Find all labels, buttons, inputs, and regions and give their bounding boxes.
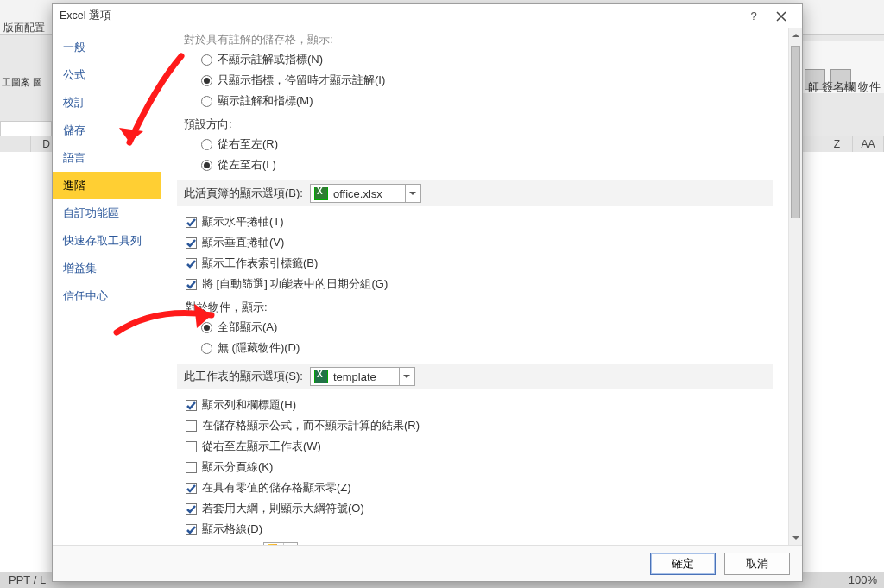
sheet-check-row-5[interactable]: 若套用大綱，則顯示大綱符號(O) xyxy=(177,498,773,519)
scroll-down-icon[interactable] xyxy=(789,531,802,545)
nav-item-9[interactable]: 信任中心 xyxy=(53,282,161,310)
chevron-down-icon xyxy=(405,185,420,202)
ribbon-left-groups: 工圖案 圖 xyxy=(2,76,42,89)
workbook-check-label-1: 顯示垂直捲軸(V) xyxy=(202,235,284,250)
nav-item-8[interactable]: 增益集 xyxy=(53,255,161,282)
nav-item-7[interactable]: 快速存取工具列 xyxy=(53,227,161,255)
help-button[interactable]: ? xyxy=(740,7,767,26)
chevron-down-icon xyxy=(283,543,295,545)
checkbox-icon xyxy=(186,400,197,411)
checkbox-icon xyxy=(186,279,197,290)
sheet-check-row-6[interactable]: 顯示格線(D) xyxy=(177,519,773,540)
workbook-check-row-0[interactable]: 顯示水平捲軸(T) xyxy=(177,212,773,232)
sheet-check-label-4: 在具有零值的儲存格顯示零(Z) xyxy=(202,480,351,496)
excel-file-icon xyxy=(314,187,328,200)
sheet-check-label-3: 顯示分頁線(K) xyxy=(202,459,273,475)
comments-section-label: 對於具有註解的儲存格，顯示: xyxy=(177,28,773,49)
radio-icon xyxy=(201,343,212,354)
cancel-button[interactable]: 取消 xyxy=(724,553,790,575)
ok-button[interactable]: 確定 xyxy=(650,553,716,575)
scroll-thumb[interactable] xyxy=(791,46,800,218)
checkbox-icon xyxy=(186,237,197,249)
sheet-check-label-5: 若套用大綱，則顯示大綱符號(O) xyxy=(202,501,364,516)
ribbon-tab-label: 版面配置 xyxy=(3,21,45,35)
name-box[interactable] xyxy=(0,121,52,136)
object-option-label-0: 全部顯示(A) xyxy=(218,319,277,335)
comment-option-label-0: 不顯示註解或指標(N) xyxy=(218,52,323,67)
sheet-area-right xyxy=(799,152,884,572)
radio-icon xyxy=(201,75,212,86)
chevron-down-icon xyxy=(399,368,414,385)
checkbox-icon xyxy=(186,217,197,228)
zoom-label: 100% xyxy=(849,572,877,588)
sheet-check-row-1[interactable]: 在儲存格顯示公式，而不顯示計算的結果(R) xyxy=(177,415,773,436)
sheet-combo[interactable]: template xyxy=(310,367,415,386)
sheet-check-label-0: 顯示列和欄標題(H) xyxy=(202,397,296,413)
direction-option-label-0: 從右至左(R) xyxy=(218,136,278,152)
checkbox-icon xyxy=(186,462,197,473)
comment-option-label-1: 只顯示指標，停留時才顯示註解(I) xyxy=(218,73,385,88)
direction-option-row-0[interactable]: 從右至左(R) xyxy=(177,134,773,155)
nav-item-5[interactable]: 進階 xyxy=(53,172,161,199)
close-button[interactable] xyxy=(767,7,795,26)
checkbox-icon xyxy=(186,503,197,515)
radio-icon xyxy=(201,160,212,171)
dialog-title: Excel 選項 xyxy=(60,9,740,23)
sheet-check-label-2: 從右至左顯示工作表(W) xyxy=(202,439,321,454)
direction-option-row-1[interactable]: 從左至右(L) xyxy=(177,155,773,175)
workbook-check-label-0: 顯示水平捲軸(T) xyxy=(202,214,284,230)
radio-icon xyxy=(201,139,212,150)
checkbox-icon xyxy=(186,258,197,269)
vertical-scrollbar[interactable] xyxy=(788,28,802,545)
sheet-check-row-4[interactable]: 在具有零值的儲存格顯示零(Z) xyxy=(177,477,773,498)
workbook-display-header: 此活頁簿的顯示選項(B): office.xlsx xyxy=(177,180,773,206)
grid-color-picker[interactable] xyxy=(263,542,298,545)
comment-option-row-1[interactable]: 只顯示指標，停留時才顯示註解(I) xyxy=(177,70,773,91)
workbook-check-row-1[interactable]: 顯示垂直捲軸(V) xyxy=(177,232,773,253)
workbook-check-row-2[interactable]: 顯示工作表索引標籤(B) xyxy=(177,253,773,274)
comment-option-label-2: 顯示註解和指標(M) xyxy=(218,93,313,109)
sheet-check-label-6: 顯示格線(D) xyxy=(202,522,262,537)
nav-item-3[interactable]: 儲存 xyxy=(53,117,161,144)
category-nav: 一般公式校訂儲存語言進階自訂功能區快速存取工具列增益集信任中心 xyxy=(53,28,161,545)
grid-color-label: 格線色彩(D) xyxy=(193,544,253,545)
titlebar: Excel 選項 ? xyxy=(53,4,802,28)
object-option-label-1: 無 (隱藏物件)(D) xyxy=(218,340,300,356)
workbook-check-label-2: 顯示工作表索引標籤(B) xyxy=(202,256,318,271)
radio-icon xyxy=(201,322,212,333)
comment-option-row-2[interactable]: 顯示註解和指標(M) xyxy=(177,91,773,111)
sheet-area-left xyxy=(0,152,54,572)
close-icon xyxy=(776,11,786,22)
sheet-check-row-0[interactable]: 顯示列和欄標題(H) xyxy=(177,395,773,415)
sheet-check-row-3[interactable]: 顯示分頁線(K) xyxy=(177,457,773,477)
checkbox-icon xyxy=(186,420,197,432)
sheet-check-row-2[interactable]: 從右至左顯示工作表(W) xyxy=(177,436,773,457)
checkbox-icon xyxy=(186,524,197,535)
nav-item-0[interactable]: 一般 xyxy=(53,34,161,61)
checkbox-icon xyxy=(186,483,197,494)
excel-options-dialog: Excel 選項 ? 一般公式校訂儲存語言進階自訂功能區快速存取工具列增益集信任… xyxy=(52,3,803,582)
object-option-row-0[interactable]: 全部顯示(A) xyxy=(177,317,773,338)
grid-color-row: 格線色彩(D) xyxy=(177,540,773,545)
direction-label: 預設方向: xyxy=(177,111,773,134)
checkbox-icon xyxy=(186,441,197,452)
sheet-display-header: 此工作表的顯示選項(S): template xyxy=(177,364,773,389)
direction-option-label-1: 從左至右(L) xyxy=(218,157,276,173)
radio-icon xyxy=(201,96,212,107)
objects-label: 對於物件，顯示: xyxy=(177,294,773,317)
workbook-check-label-3: 將 [自動篩選] 功能表中的日期分組(G) xyxy=(202,276,388,292)
object-option-row-1[interactable]: 無 (隱藏物件)(D) xyxy=(177,338,773,358)
workbook-check-row-3[interactable]: 將 [自動篩選] 功能表中的日期分組(G) xyxy=(177,274,773,294)
scroll-up-icon[interactable] xyxy=(789,28,802,42)
radio-icon xyxy=(201,54,212,66)
sheet-check-label-1: 在儲存格顯示公式，而不顯示計算的結果(R) xyxy=(202,418,420,433)
comment-option-row-0[interactable]: 不顯示註解或指標(N) xyxy=(177,49,773,70)
nav-item-6[interactable]: 自訂功能區 xyxy=(53,199,161,227)
options-pane: 對於具有註解的儲存格，顯示: 不顯示註解或指標(N)只顯示指標，停留時才顯示註解… xyxy=(161,28,788,545)
nav-item-1[interactable]: 公式 xyxy=(53,61,161,89)
nav-item-4[interactable]: 語言 xyxy=(53,144,161,172)
dialog-footer: 確定 取消 xyxy=(53,545,802,581)
sheet-icon xyxy=(314,370,328,383)
nav-item-2[interactable]: 校訂 xyxy=(53,89,161,117)
workbook-combo[interactable]: office.xlsx xyxy=(310,184,421,203)
